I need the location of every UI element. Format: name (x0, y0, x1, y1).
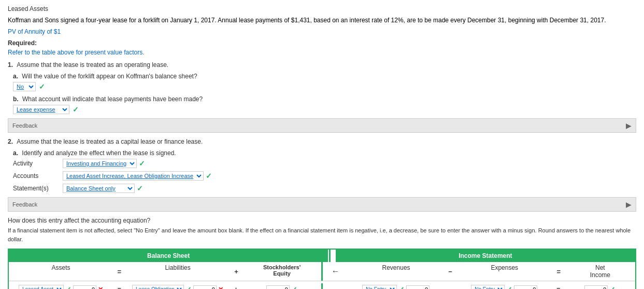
revenues-amount[interactable] (406, 285, 430, 290)
q2-label: 2. (8, 138, 13, 145)
feedback-box-2: Feedback ▶ (8, 197, 636, 212)
activity-check: ✓ (139, 159, 145, 168)
equals-2: = (557, 268, 561, 276)
feedback2-arrow[interactable]: ▶ (626, 200, 632, 209)
liabilities-select[interactable]: Lease Obligation No Entry (132, 285, 184, 289)
assets-select[interactable]: Leased Asset No Entry (19, 285, 64, 289)
qb-select[interactable]: Lease expense Lease Obligation No Entry (13, 105, 69, 114)
liabilities-check: ✓ (185, 285, 192, 290)
assets-check: ✓ (65, 285, 71, 290)
balance-sheet-header: Balance Sheet (9, 250, 329, 262)
pv-annuity-link[interactable]: PV of Annuity of $1 (8, 28, 61, 35)
description: Koffman and Sons signed a four-year leas… (8, 16, 636, 25)
net-income-col-header-net: Net (566, 264, 634, 271)
liabilities-col-header: Liabilities (165, 264, 190, 271)
net-income-amount[interactable] (584, 285, 608, 290)
required-label: Required: (8, 39, 636, 47)
income-statement-header: Income Statement (336, 250, 635, 262)
revenues-select[interactable]: No Entry Revenue (362, 285, 397, 289)
statements-check: ✓ (137, 184, 143, 192)
assets-amount[interactable] (73, 285, 96, 290)
q1-label: 1. (8, 61, 13, 68)
net-income-check: ✓ (609, 285, 616, 290)
feedback1-label: Feedback (12, 122, 37, 129)
row-minus: − (448, 286, 452, 290)
assets-col-header: Assets (51, 264, 70, 271)
q2a-label: a. (13, 149, 18, 157)
qb-label: b. (13, 95, 19, 103)
qb-text: What account will indicate that lease pa… (22, 95, 203, 103)
row-equals-2: = (556, 286, 560, 290)
qa-text: Will the value of the forklift appear on… (22, 73, 197, 80)
q2-text: Assume that the lease is treated as a ca… (17, 138, 203, 145)
plus-1: + (234, 268, 238, 276)
expenses-select[interactable]: No Entry Expense (471, 285, 505, 289)
assets-clear-btn[interactable]: ✕ (98, 286, 103, 290)
revenues-check: ✓ (398, 285, 405, 290)
expenses-amount[interactable] (514, 285, 537, 290)
accounts-check: ✓ (206, 172, 212, 180)
qa-select[interactable]: No Yes (13, 82, 36, 91)
stockholders-col-header: Stockholders' (244, 264, 320, 270)
accounting-table: Balance Sheet Income Statement Assets = … (8, 249, 636, 289)
arrow-icon: ← (332, 267, 340, 276)
minus-1: − (448, 268, 452, 276)
accounting-note: If a financial statement item is not aff… (8, 226, 636, 243)
equity-amount[interactable] (266, 285, 290, 290)
statements-label: Statement(s) (13, 185, 60, 192)
q1-text: Assume that the lease is treated as an o… (17, 61, 168, 68)
q2a-text: Identify and analyze the effect when the… (22, 149, 176, 157)
activity-select[interactable]: Investing and Financing Operating Financ… (63, 159, 137, 168)
row-plus: + (234, 286, 238, 290)
accounts-label: Accounts (13, 172, 60, 180)
row-equals-1: = (118, 286, 121, 290)
revenues-col-header: Revenues (382, 264, 410, 271)
net-income-col-header-income: Income (566, 271, 634, 279)
qb-check: ✓ (73, 105, 79, 114)
equals-1: = (118, 268, 122, 276)
feedback-box-1: Feedback ▶ (8, 118, 636, 133)
accounting-question: How does this entry affect the accountin… (8, 217, 636, 224)
qa-check: ✓ (39, 82, 45, 91)
feedback1-arrow[interactable]: ▶ (626, 121, 632, 130)
feedback2-label: Feedback (12, 201, 37, 208)
qa-label: a. (13, 73, 18, 80)
expenses-col-header: Expenses (491, 264, 518, 271)
statements-select[interactable]: Balance Sheet only Income Statement only… (63, 184, 135, 193)
equity-check: ✓ (291, 285, 297, 290)
liabilities-amount[interactable] (193, 285, 217, 290)
refer-text: Refer to the table above for present val… (8, 49, 636, 56)
activity-label: Activity (13, 160, 60, 167)
liabilities-clear-btn[interactable]: ✕ (218, 286, 223, 290)
expenses-check: ✓ (506, 285, 512, 290)
page-title: Leased Assets (8, 5, 636, 12)
accounts-select[interactable]: Leased Asset Increase, Lease Obligation … (63, 171, 204, 181)
equity-col-header: Equity (244, 270, 320, 277)
